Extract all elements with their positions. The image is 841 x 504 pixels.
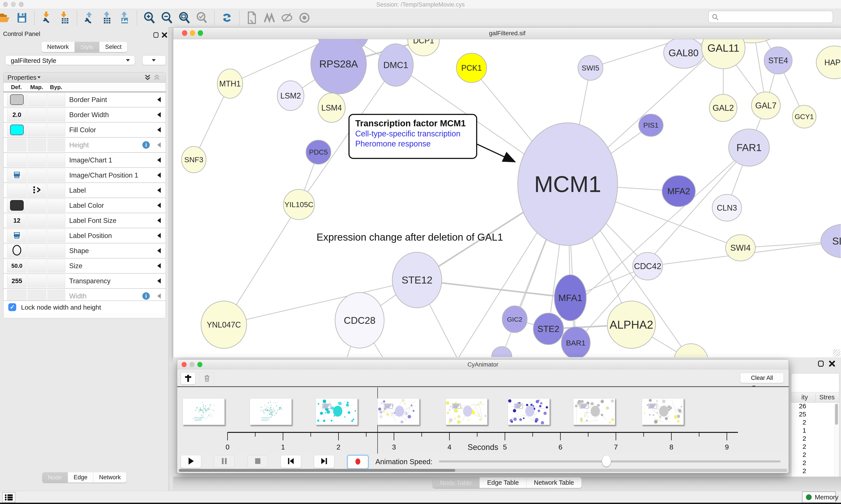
skip-start-button[interactable] (281, 455, 301, 468)
expand-property-icon[interactable] (157, 158, 161, 163)
style-options-button[interactable] (142, 55, 166, 65)
timeline-frame-8[interactable] (642, 398, 684, 425)
def-cell[interactable] (7, 154, 27, 167)
node-tup1[interactable]: TUP1 (674, 344, 708, 357)
node-cdc28[interactable]: CDC28 (335, 292, 384, 348)
cyanimator-titlebar[interactable]: CyAnimator (177, 360, 789, 370)
property-row-image-chart-position-1[interactable]: Image/Chart Position 1 (3, 167, 165, 183)
play-button[interactable] (181, 455, 201, 468)
open-folder-button[interactable] (0, 11, 12, 25)
node-pis1[interactable]: PIS1 (639, 114, 663, 137)
record-button[interactable] (347, 455, 369, 469)
def-cell[interactable]: 50.0 (7, 259, 27, 272)
table-cell[interactable]: 2 (791, 467, 833, 475)
def-cell[interactable]: 12 (7, 214, 27, 227)
memory-button[interactable]: Memory (802, 491, 836, 503)
zoom-out-button[interactable] (160, 11, 174, 25)
expand-property-icon[interactable] (157, 173, 161, 178)
node-mth1[interactable]: MTH1 (217, 69, 243, 98)
byp-cell[interactable] (47, 244, 65, 257)
timeline-frame-7[interactable] (573, 398, 615, 425)
node-gcy1[interactable]: GCY1 (792, 105, 816, 128)
skip-end-button[interactable] (314, 455, 335, 468)
annotation-link[interactable]: Cell-type-specific transcription (355, 129, 476, 138)
export-image-button[interactable] (118, 11, 131, 25)
property-row-border-width[interactable]: 2.0Border Width (3, 107, 165, 122)
import-table-button[interactable] (57, 11, 71, 25)
node-dcp1[interactable]: DCP1 (408, 39, 439, 56)
table-header[interactable]: ity Stres (791, 392, 839, 403)
table-cell[interactable]: 2 (791, 451, 833, 459)
expand-property-icon[interactable] (157, 127, 161, 132)
style-selector[interactable]: galFiltered Style (5, 55, 135, 65)
node-gic2[interactable]: GIC2 (502, 306, 527, 332)
map-cell[interactable] (28, 229, 47, 242)
byp-cell[interactable] (47, 123, 65, 137)
search-input[interactable] (708, 11, 833, 23)
info-icon[interactable]: i (142, 292, 150, 300)
show-eye-button[interactable] (298, 11, 311, 25)
map-cell[interactable] (28, 168, 47, 182)
property-row-height[interactable]: Heighti (3, 137, 165, 152)
map-cell[interactable] (28, 244, 47, 257)
node-swi5[interactable]: SWI5 (578, 55, 603, 80)
table-cell[interactable]: 2 (791, 459, 833, 467)
expand-property-icon[interactable] (157, 263, 161, 268)
node-mfa1[interactable]: MFA1 (554, 275, 586, 321)
property-row-label[interactable]: Label (3, 183, 165, 198)
node-gal2[interactable]: GAL2 (709, 94, 737, 122)
map-cell[interactable] (28, 184, 47, 197)
export-table-button[interactable] (100, 11, 114, 25)
zoom-in-button[interactable] (142, 11, 156, 25)
def-cell[interactable] (7, 244, 27, 257)
node-snf3[interactable]: SNF3 (182, 146, 206, 173)
byp-cell[interactable] (47, 184, 65, 197)
table-cell[interactable]: 2 (791, 419, 833, 427)
property-row-label-color[interactable]: Label Color (3, 198, 165, 213)
tab-node[interactable]: Node (42, 472, 68, 483)
byp-cell[interactable] (47, 93, 65, 106)
node-far1[interactable]: FAR1 (729, 129, 769, 166)
float-panel-icon[interactable] (153, 32, 159, 38)
table-cell[interactable]: 1 (791, 427, 833, 435)
table-scrollbar[interactable] (835, 403, 839, 480)
expand-property-icon[interactable] (157, 142, 161, 147)
timeline-frame-1[interactable] (183, 398, 225, 425)
expand-property-icon[interactable] (157, 233, 161, 238)
save-button[interactable] (15, 11, 29, 25)
network-file-button[interactable] (245, 11, 259, 25)
property-row-shape[interactable]: Shape (3, 243, 165, 258)
byp-cell[interactable] (47, 168, 65, 182)
expand-all-icon[interactable] (144, 74, 151, 82)
byp-cell[interactable] (47, 214, 65, 227)
clear-all-frames-button[interactable]: Clear All Frames (740, 373, 784, 383)
node-mcm1[interactable]: MCM1 (518, 123, 618, 246)
def-cell[interactable] (7, 138, 27, 151)
timeline-scrollbar[interactable] (179, 469, 787, 472)
byp-cell[interactable] (47, 274, 65, 287)
property-row-label-position[interactable]: Label Position (3, 228, 165, 243)
node-ste12[interactable]: STE12 (392, 252, 442, 308)
expand-property-icon[interactable] (157, 248, 161, 253)
stop-button[interactable] (247, 455, 268, 468)
map-cell[interactable] (28, 93, 47, 106)
import-network-button[interactable] (40, 11, 54, 25)
tab-network[interactable]: Network (93, 472, 126, 483)
node-ste4[interactable]: STE4 (764, 47, 792, 74)
pause-button[interactable] (214, 455, 235, 468)
table-cell[interactable]: 2 (791, 435, 833, 443)
timeline-frame-2[interactable] (250, 398, 292, 425)
table-cell[interactable]: 2 (791, 443, 833, 451)
def-cell[interactable] (7, 93, 27, 106)
expand-property-icon[interactable] (157, 293, 161, 299)
def-cell[interactable] (7, 199, 27, 212)
edge[interactable] (224, 280, 417, 325)
node-ste2[interactable]: STE2 (533, 313, 563, 345)
node-gal7[interactable]: GAL7 (751, 92, 780, 119)
node-bar1[interactable]: BAR1 (561, 327, 590, 357)
byp-cell[interactable] (47, 138, 65, 151)
def-cell[interactable]: 255 (7, 274, 27, 287)
node-gal11[interactable]: GAL11 (702, 39, 745, 69)
node-alpha2[interactable]: ALPHA2 (607, 301, 656, 348)
map-cell[interactable] (28, 138, 47, 151)
